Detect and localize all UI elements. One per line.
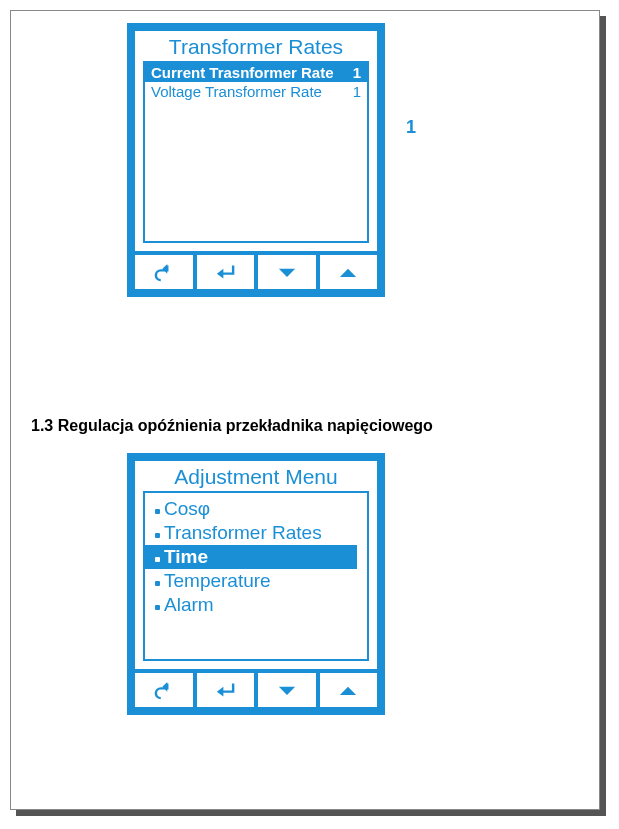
menu-item-transformer-rates[interactable]: Transformer Rates	[145, 521, 357, 545]
device-screen-adjustment-menu: Adjustment Menu Cosφ Transformer Rates T…	[127, 453, 385, 715]
back-button[interactable]	[135, 255, 197, 289]
screen-title: Transformer Rates	[135, 31, 377, 61]
menu-item-label: Alarm	[164, 594, 214, 615]
up-icon	[335, 680, 361, 700]
screen-list: Current Trasnformer Rate 1 Voltage Trans…	[143, 61, 369, 243]
menu-item-alarm[interactable]: Alarm	[145, 593, 357, 617]
section-heading: 1.3 Regulacja opóźnienia przekładnika na…	[31, 417, 579, 435]
up-button[interactable]	[320, 673, 378, 707]
bullet-icon	[155, 509, 160, 514]
button-row	[135, 669, 377, 707]
button-row	[135, 251, 377, 289]
bullet-icon	[155, 557, 160, 562]
row-value: 1	[353, 64, 361, 81]
menu-item-label: Temperature	[164, 570, 271, 591]
list-row-current-transformer[interactable]: Current Trasnformer Rate 1	[145, 63, 367, 82]
menu-item-temperature[interactable]: Temperature	[145, 569, 357, 593]
menu-item-label: Time	[164, 546, 208, 567]
enter-button[interactable]	[197, 255, 259, 289]
up-button[interactable]	[320, 255, 378, 289]
back-icon	[151, 262, 177, 282]
bullet-icon	[155, 581, 160, 586]
device-screen-transformer-rates: Transformer Rates Current Trasnformer Ra…	[127, 23, 385, 297]
menu-item-time[interactable]: Time	[145, 545, 357, 569]
row-label: Voltage Transformer Rate	[151, 83, 322, 100]
back-button[interactable]	[135, 673, 197, 707]
row-label: Current Trasnformer Rate	[151, 64, 334, 81]
down-button[interactable]	[258, 673, 320, 707]
enter-button[interactable]	[197, 673, 259, 707]
down-icon	[274, 680, 300, 700]
side-annotation-number: 1	[406, 117, 416, 138]
up-icon	[335, 262, 361, 282]
list-row-voltage-transformer[interactable]: Voltage Transformer Rate 1	[145, 82, 367, 101]
enter-icon	[212, 680, 238, 700]
back-icon	[151, 680, 177, 700]
menu-item-label: Transformer Rates	[164, 522, 322, 543]
enter-icon	[212, 262, 238, 282]
down-button[interactable]	[258, 255, 320, 289]
menu-list: Cosφ Transformer Rates Time Temperature …	[143, 491, 369, 661]
screen-title: Adjustment Menu	[135, 461, 377, 491]
down-icon	[274, 262, 300, 282]
menu-item-cosphi[interactable]: Cosφ	[145, 497, 357, 521]
bullet-icon	[155, 533, 160, 538]
document-page: 1 Transformer Rates Current Trasnformer …	[10, 10, 600, 810]
row-value: 1	[353, 83, 361, 100]
bullet-icon	[155, 605, 160, 610]
menu-item-label: Cosφ	[164, 498, 210, 519]
